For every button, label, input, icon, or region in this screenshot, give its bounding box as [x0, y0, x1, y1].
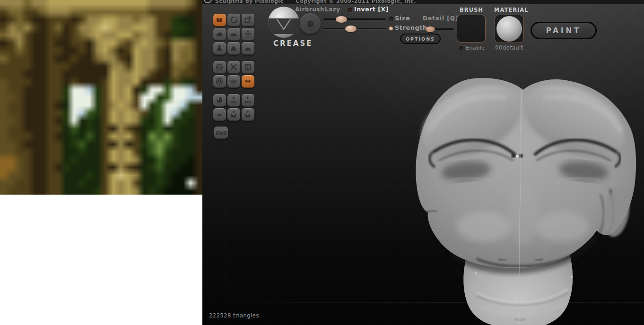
smooth-blob-icon — [244, 44, 252, 53]
strength-slider-knob[interactable] — [345, 26, 357, 32]
size-slider-knob[interactable] — [336, 16, 347, 23]
tool-grab-button[interactable] — [242, 28, 254, 41]
obj-down-icon: OBJ — [244, 96, 252, 105]
new-sphere-button[interactable] — [213, 94, 226, 107]
screen: Sculptris by Pixologic Copyright © 2009-… — [0, 0, 644, 325]
inflate-blob-icon — [215, 44, 224, 53]
tool-reduce-selected-button[interactable] — [213, 75, 226, 88]
falloff-center-dot — [307, 20, 314, 27]
size-radio[interactable] — [389, 17, 393, 21]
obj-up-icon: OBJ — [229, 96, 238, 105]
scale-rect-arrow-icon — [244, 16, 252, 25]
tool-subdivide-button[interactable] — [242, 61, 254, 74]
save-file-button[interactable] — [242, 108, 254, 121]
brush-falloff-preview[interactable] — [300, 13, 321, 34]
svg-text:OBJ: OBJ — [231, 100, 237, 104]
detail-slider-knob[interactable] — [426, 26, 435, 32]
size-label: Size — [395, 15, 410, 22]
brush-texture-slot[interactable] — [457, 15, 486, 43]
svg-text:OBJ: OBJ — [245, 100, 251, 104]
detail-label: Detail [Q] — [423, 15, 459, 22]
tool-rotate-button[interactable] — [227, 14, 240, 26]
tool-pinch-button[interactable] — [227, 42, 240, 55]
disk-up-icon — [229, 110, 238, 119]
circle-zigzag-icon — [215, 77, 224, 86]
material-section-label: MATERIAL — [494, 7, 524, 13]
brush-enable-radio[interactable] — [459, 46, 463, 51]
falloff-ring — [303, 17, 317, 31]
open-file-button[interactable] — [227, 108, 240, 121]
import-obj-button[interactable]: OBJ — [242, 94, 254, 107]
tool-scale-button[interactable] — [242, 14, 254, 26]
sphere-icon — [215, 96, 224, 105]
invert-radio[interactable] — [348, 8, 352, 12]
goz-button[interactable]: GoZ — [214, 127, 228, 139]
wireframe-w-icon — [229, 77, 238, 86]
strength-radio[interactable] — [389, 26, 393, 31]
brush-enable-label: Enable — [466, 45, 485, 51]
tool-crease-button[interactable] — [213, 14, 226, 26]
disk-down-icon — [244, 110, 252, 119]
material-slot[interactable] — [495, 15, 524, 43]
brush-section-label: BRUSH — [457, 7, 486, 13]
tool-draw-button[interactable] — [213, 28, 226, 41]
material-sphere-preview[interactable] — [496, 16, 522, 42]
tool-reduce-brush-button[interactable] — [227, 61, 240, 74]
pinch-blob-icon — [229, 44, 238, 53]
tool-symmetry-button[interactable] — [242, 75, 254, 88]
draw-blob-icon — [215, 30, 224, 39]
x-arrows-icon — [229, 63, 238, 72]
export-obj-button[interactable]: OBJ — [227, 94, 240, 107]
lazy-toggle[interactable]: Lazy — [325, 6, 340, 13]
double-arrow-icon — [244, 77, 252, 86]
options-button[interactable]: OPTIONS — [400, 34, 441, 44]
tool-smooth-button[interactable] — [242, 42, 254, 55]
rotate-arrow-icon — [229, 16, 238, 25]
sculpt-viewport-model[interactable] — [406, 71, 644, 325]
four-way-arrow-icon — [244, 30, 252, 39]
strength-slider[interactable] — [323, 28, 386, 29]
triangle-count-status: 222528 triangles — [209, 312, 259, 319]
tool-inflate-button[interactable] — [213, 42, 226, 55]
size-slider[interactable] — [323, 18, 386, 20]
new-plane-button[interactable] — [213, 108, 226, 121]
strength-label: Strength — [395, 24, 427, 31]
sculptris-window: Sculptris by Pixologic Copyright © 2009-… — [202, 0, 644, 325]
tool-mask-button[interactable] — [213, 61, 226, 74]
reference-image — [0, 0, 202, 195]
plane-disc-icon — [215, 110, 224, 119]
airbrush-toggle[interactable]: Airbrush — [295, 6, 324, 13]
detail-slider[interactable] — [428, 28, 454, 30]
tool-flatten-button[interactable] — [227, 28, 240, 41]
material-name: 00default — [492, 44, 527, 51]
circle-wave-icon — [215, 63, 224, 72]
active-tool-label: CREASE — [273, 39, 313, 48]
sculptris-logo-icon — [204, 0, 212, 3]
paint-mode-button[interactable]: PAINT — [531, 22, 597, 39]
flatten-blob-icon — [229, 30, 238, 39]
crease-pinch-icon — [215, 16, 224, 25]
window-title: Sculptris by Pixologic Copyright © 2009-… — [215, 0, 416, 4]
invert-toggle[interactable]: Invert [X] — [354, 6, 389, 13]
grid-square-icon — [244, 63, 252, 72]
tool-wireframe-button[interactable] — [227, 75, 240, 88]
